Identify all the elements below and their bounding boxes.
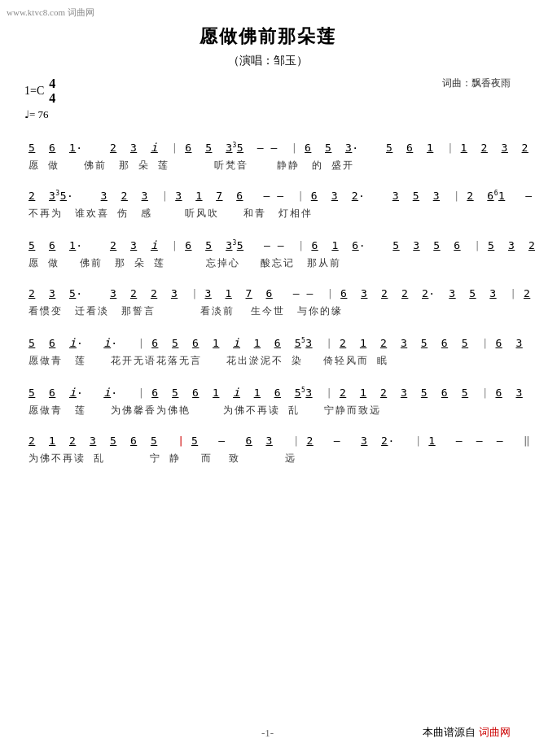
footer-site-name: 词曲网 bbox=[479, 725, 511, 740]
score-row-2: 2 335· 3 2 3 | 3 1 7 6 — — | 6 3 2· 3 5 … bbox=[29, 186, 506, 221]
time-numerator: 4 bbox=[49, 76, 55, 91]
lyrics-row-6: 愿做青 莲 为佛馨香为佛艳 为佛不再读 乱 宁静而致远 bbox=[29, 404, 506, 417]
score-row-3: 5 6 1· 2 3 i | 6 5 335 — — | 6 1 6· 5 3 … bbox=[29, 234, 506, 270]
score-row-4: 2 3 5· 3 2 2 3 | 3 1 7 6 — — | 6 3 2 2 bbox=[29, 283, 506, 318]
notation-row-1: 5 6 1· 2 3 i | 6 5 335 — — | 6 5 3· 5 6 … bbox=[29, 136, 506, 159]
composer: 词曲：飘香夜雨 bbox=[442, 76, 511, 90]
footer-source-text: 本曲谱源自 bbox=[423, 725, 476, 740]
lyrics-row-7: 为佛不再读 乱 宁 静 而 致 远 bbox=[29, 452, 506, 465]
lyrics-row-5: 愿做青 莲 花开无语花落无言 花出淤泥不 染 倚轻风而 眠 bbox=[29, 354, 506, 368]
lyrics-row-3: 愿 做 佛前 那 朵 莲 忘掉心 酸忘记 那从前 bbox=[29, 256, 506, 270]
key-label: 1=C bbox=[24, 85, 44, 98]
lyrics-row-2: 不再为 谁欢喜 伤 感 听风吹 和青 灯相伴 bbox=[29, 207, 506, 221]
time-denominator: 4 bbox=[49, 91, 55, 106]
lyrics-row-1: 愿 做 佛前 那 朵 莲 听梵音 静静 的 盛开 bbox=[29, 159, 506, 173]
notation-row-4: 2 3 5· 3 2 2 3 | 3 1 7 6 — — | 6 3 2 2 bbox=[29, 283, 506, 304]
title: 愿做佛前那朵莲 bbox=[24, 24, 511, 49]
notation-row-7: 2 1 2 3 5 6 5 | 5 — 6 3 | 2 — 3 2· | bbox=[29, 430, 506, 452]
notation-row-6: 5 6 i· i· | 6 5 6 1 i 1 6 553 | 2 1 2 3 bbox=[29, 381, 506, 404]
score-row-6: 5 6 i· i· | 6 5 6 1 i 1 6 553 | 2 1 2 3 bbox=[29, 381, 506, 417]
notation-row-2: 2 335· 3 2 3 | 3 1 7 6 — — | 6 3 2· 3 5 … bbox=[29, 186, 506, 207]
score-row-1: 5 6 1· 2 3 i | 6 5 335 — — | 6 5 3· 5 6 … bbox=[29, 136, 506, 173]
footer-page-num: -1- bbox=[261, 727, 274, 740]
lyrics-row-4: 看惯变 迁看淡 那誓言 看淡前 生今世 与你的缘 bbox=[29, 304, 506, 318]
watermark: www.ktvc8.com 词曲网 bbox=[7, 7, 94, 19]
subtitle: （演唱：邹玉） bbox=[24, 54, 511, 68]
notation-row-5: 5 6 i· i· | 6 5 6 1 i 1 6 553 | 2 1 2 3 bbox=[29, 331, 506, 354]
notation-row-3: 5 6 1· 2 3 i | 6 5 335 — — | 6 1 6· 5 3 … bbox=[29, 234, 506, 256]
score-row-5: 5 6 i· i· | 6 5 6 1 i 1 6 553 | 2 1 2 3 bbox=[29, 331, 506, 368]
score-row-7: 2 1 2 3 5 6 5 | 5 — 6 3 | 2 — 3 2· | bbox=[29, 430, 506, 465]
tempo: ♩= 76 bbox=[24, 108, 511, 121]
